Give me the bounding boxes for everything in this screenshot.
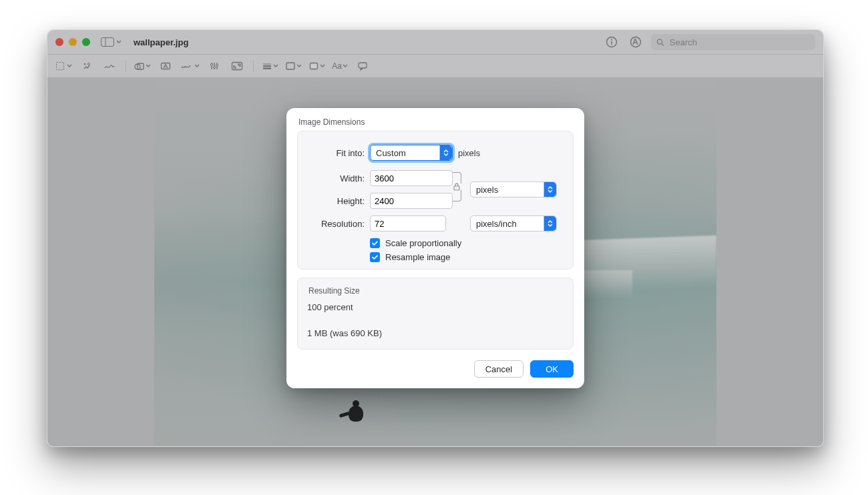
width-label: Width:: [306, 173, 365, 183]
aspect-lock[interactable]: [453, 172, 461, 207]
resample-image-checkbox[interactable]: Resample image: [370, 252, 565, 262]
fit-into-value: Custom: [376, 148, 406, 158]
resulting-size-section: Resulting Size 100 percent 1 MB (was 690…: [297, 278, 574, 350]
resulting-percent: 100 percent: [307, 302, 564, 312]
cancel-button[interactable]: Cancel: [474, 360, 523, 378]
resolution-label: Resolution:: [306, 219, 365, 229]
scale-proportionally-checkbox[interactable]: Scale proportionally: [370, 238, 565, 248]
fit-into-label: Fit into:: [306, 148, 365, 158]
fit-into-suffix: pixels: [458, 148, 480, 158]
size-unit-select[interactable]: pixels: [470, 181, 557, 197]
height-label: Height:: [306, 196, 365, 206]
resolution-unit-value: pixels/inch: [476, 219, 517, 229]
resulting-size-heading: Resulting Size: [308, 286, 564, 296]
height-input[interactable]: [370, 193, 453, 209]
resolution-unit-select[interactable]: pixels/inch: [470, 215, 557, 231]
select-stepper-icon: [544, 216, 556, 231]
width-input[interactable]: [370, 170, 453, 186]
fit-into-select[interactable]: Custom: [370, 145, 453, 161]
scale-proportionally-label: Scale proportionally: [385, 238, 461, 248]
select-stepper-icon: [544, 182, 556, 197]
resolution-input[interactable]: [370, 215, 446, 231]
ok-button[interactable]: OK: [530, 360, 574, 378]
image-dimensions-section: Fit into: Custom pixels Width:: [297, 131, 574, 270]
adjust-size-dialog: Image Dimensions Fit into: Custom pixels…: [286, 108, 584, 388]
checkbox-checked-icon: [370, 252, 380, 262]
size-unit-value: pixels: [476, 185, 498, 195]
image-dimensions-heading: Image Dimensions: [298, 117, 574, 127]
resulting-filesize: 1 MB (was 690 KB): [307, 328, 564, 338]
resample-image-label: Resample image: [385, 252, 451, 262]
checkbox-checked-icon: [370, 238, 380, 248]
preview-window: wallpaper.jpg: [47, 29, 824, 447]
select-stepper-icon: [439, 145, 452, 160]
